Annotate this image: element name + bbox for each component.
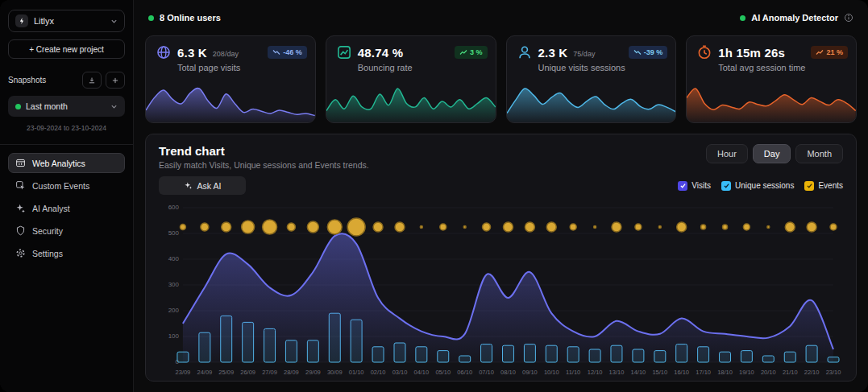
sparkline-chart (687, 84, 856, 122)
anomaly-label: AI Anomaly Detector (751, 13, 838, 23)
range-switcher: Hour Day Month (706, 144, 843, 163)
checkbox-visits[interactable] (678, 181, 687, 191)
svg-text:23/10: 23/10 (826, 369, 841, 376)
globe-icon (156, 44, 172, 60)
settings-gear-icon (15, 248, 26, 258)
ask-ai-button[interactable]: Ask AI (159, 176, 246, 195)
sidebar-item-label: Settings (32, 249, 63, 258)
snapshot-date-range: 23-09-2024 to 23-10-2024 (8, 124, 125, 132)
checkbox-events[interactable] (804, 181, 814, 191)
stat-card-bouncing-rate: 48.74 % 3 % Bouncing rate (326, 35, 496, 123)
svg-text:23/09: 23/09 (176, 369, 191, 376)
svg-text:20/10: 20/10 (761, 369, 776, 376)
snapshot-status-dot (15, 104, 21, 109)
sparkline-chart (507, 84, 676, 122)
svg-text:18/10: 18/10 (717, 369, 733, 376)
create-project-button[interactable]: + Create new project (8, 39, 125, 59)
stat-per-day: 208/day (213, 50, 239, 58)
svg-text:08/10: 08/10 (500, 369, 516, 376)
trend-down-icon (633, 49, 642, 56)
sidebar-item-label: Custom Events (32, 181, 89, 191)
sidebar-item-web-analytics[interactable]: Web Analytics (8, 153, 125, 173)
svg-text:04/10: 04/10 (413, 369, 429, 376)
svg-text:600: 600 (168, 204, 180, 211)
svg-text:100: 100 (168, 332, 180, 340)
add-snapshot-button[interactable] (106, 72, 125, 89)
download-snapshot-button[interactable] (82, 72, 102, 89)
stat-per-day: 75/day (573, 50, 595, 58)
litlyx-logo-icon (15, 14, 28, 27)
chevron-down-icon (110, 103, 118, 110)
stat-value: 48.74 % (358, 46, 403, 60)
trend-up-icon (459, 49, 467, 56)
ai-analyst-icon (15, 203, 26, 213)
svg-text:13/10: 13/10 (609, 369, 625, 376)
snapshots-label: Snapshots (8, 76, 78, 85)
svg-text:19/10: 19/10 (739, 369, 754, 376)
trend-chart-card: Trend chart Easily match Visits, Unique … (145, 134, 857, 382)
sidebar-item-label: Web Analytics (32, 159, 85, 168)
svg-text:24/09: 24/09 (197, 369, 213, 376)
ai-anomaly-detector: AI Anomaly Detector (740, 13, 853, 23)
svg-text:11/10: 11/10 (566, 369, 580, 376)
snapshot-select[interactable]: Last month (8, 96, 125, 117)
clock-icon (696, 44, 712, 60)
sparkline-chart (326, 84, 496, 122)
stat-label: Bouncing rate (358, 63, 486, 72)
stat-value: 6.3 K (177, 46, 207, 60)
svg-text:01/10: 01/10 (349, 369, 364, 376)
svg-text:200: 200 (168, 307, 180, 314)
online-users-label: 8 Online users (160, 13, 221, 23)
info-icon[interactable] (844, 13, 853, 23)
svg-text:02/10: 02/10 (371, 369, 386, 376)
trend-up-icon (816, 49, 824, 56)
chevron-down-icon (110, 18, 118, 25)
stat-badge: -39 % (629, 46, 668, 59)
sidebar-item-label: AI Analyst (32, 204, 70, 213)
svg-text:29/09: 29/09 (305, 369, 321, 376)
svg-text:16/10: 16/10 (674, 369, 689, 376)
svg-text:12/10: 12/10 (588, 369, 603, 376)
sidebar-item-settings[interactable]: Settings (8, 243, 125, 263)
svg-text:400: 400 (168, 255, 180, 262)
stat-label: Unique visits sessions (538, 63, 667, 72)
range-hour-button[interactable]: Hour (706, 144, 748, 163)
sidebar-item-custom-events[interactable]: Custom Events (8, 175, 125, 196)
custom-events-icon (15, 180, 26, 191)
svg-text:09/10: 09/10 (522, 369, 538, 376)
svg-text:500: 500 (168, 229, 180, 237)
svg-text:28/09: 28/09 (284, 369, 299, 376)
sidebar-item-ai-analyst[interactable]: AI Analyst (8, 198, 125, 218)
svg-text:05/10: 05/10 (435, 369, 451, 376)
online-users: 8 Online users (148, 13, 221, 23)
sidebar: Litlyx + Create new project Snapshots La… (0, 0, 134, 392)
legend-visits[interactable]: Visits (678, 181, 711, 191)
plus-icon (111, 76, 119, 85)
project-name: Litlyx (34, 16, 105, 26)
svg-text:30/09: 30/09 (327, 369, 343, 376)
stat-card-unique-visits: 2.3 K 75/day -39 % Unique visits session… (506, 35, 677, 123)
sidebar-divider (0, 144, 133, 145)
svg-text:06/10: 06/10 (457, 369, 472, 376)
main-content: 8 Online users AI Anomaly Detector 6.3 K… (134, 0, 868, 392)
stat-label: Total page visits (177, 63, 305, 72)
stat-badge: 21 % (811, 46, 848, 59)
checkbox-unique-sessions[interactable] (721, 181, 731, 191)
legend-unique-sessions[interactable]: Unique sessions (721, 181, 794, 191)
range-day-button[interactable]: Day (753, 144, 791, 163)
range-month-button[interactable]: Month (795, 144, 843, 163)
svg-text:14/10: 14/10 (631, 369, 646, 376)
user-icon (517, 44, 533, 60)
stat-value: 2.3 K (538, 46, 568, 60)
stat-badge: -46 % (268, 46, 307, 59)
sidebar-item-security[interactable]: Security (8, 221, 125, 241)
sparkle-icon (184, 181, 193, 190)
project-selector[interactable]: Litlyx (8, 10, 125, 32)
legend-events[interactable]: Events (804, 181, 843, 191)
svg-text:21/10: 21/10 (783, 369, 798, 376)
trend-title: Trend chart (159, 144, 369, 158)
svg-text:27/09: 27/09 (262, 369, 277, 376)
svg-text:25/09: 25/09 (218, 369, 234, 376)
stat-cards-row: 6.3 K 208/day -46 % Total page visits 48… (145, 35, 857, 123)
stat-badge: 3 % (455, 46, 488, 59)
